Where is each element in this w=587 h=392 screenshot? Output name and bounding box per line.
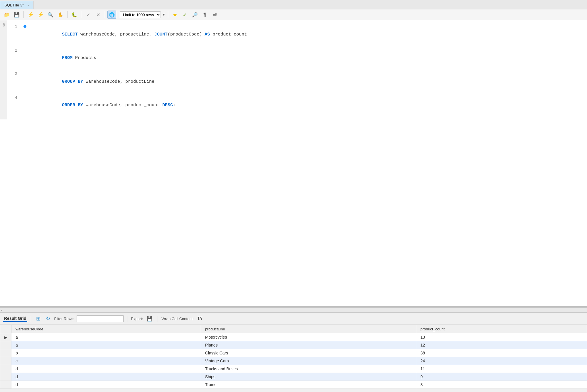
line-content-3: GROUP BY warehouseCode, productLine <box>28 70 587 93</box>
lightning2-icon <box>37 11 44 18</box>
debug-button[interactable] <box>70 11 79 19</box>
code-line-3: 3 GROUP BY warehouseCode, productLine <box>7 70 587 94</box>
table-row[interactable]: cVintage Cars24 <box>0 357 587 365</box>
format-button[interactable] <box>200 11 209 19</box>
keyword-select: SELECT <box>62 32 78 37</box>
toolbar-sep-4 <box>105 11 105 18</box>
open-file-button[interactable]: 📁 <box>2 11 11 19</box>
results-sep-3 <box>158 316 158 322</box>
cell-warehouseCode: d <box>11 381 201 389</box>
cell-warehouseCode: c <box>11 357 201 365</box>
table-header-row: warehouseCode productLine product_count <box>0 325 587 333</box>
results-toolbar: Result Grid ⊞ ↻ Filter Rows: Export: 💾 W… <box>0 313 587 325</box>
check-circle-icon <box>86 12 90 18</box>
col-header-productLine[interactable]: productLine <box>201 325 416 333</box>
code-line-2: 2 FROM Products <box>7 46 587 70</box>
main-area: ce 1 SELECT warehouseCode, productLine, … <box>0 20 587 389</box>
table-row[interactable]: aPlanes12 <box>0 341 587 349</box>
row-indicator <box>0 373 11 381</box>
row-arrow-icon: ▶ <box>4 335 7 339</box>
row-indicator: ▶ <box>0 333 11 341</box>
keyword-group-by: GROUP BY <box>62 79 83 84</box>
cell-product_count: 13 <box>416 333 587 341</box>
keyword-desc: DESC <box>162 103 173 108</box>
row-indicator <box>0 349 11 357</box>
horizontal-scrollbar[interactable]: ‹ <box>0 307 587 312</box>
col-header-product_count[interactable]: product_count <box>416 325 587 333</box>
line-number-4: 4 <box>7 94 22 102</box>
row-indicator <box>0 357 11 365</box>
table-row[interactable]: ▶aMotorcycles13 <box>0 333 587 341</box>
table-row[interactable]: dTrucks and Buses11 <box>0 365 587 373</box>
code-line-1: 1 SELECT warehouseCode, productLine, COU… <box>7 23 587 46</box>
table-row[interactable]: bClassic Cars38 <box>0 349 587 357</box>
results-table: warehouseCode productLine product_count … <box>0 325 587 389</box>
from-table: Products <box>72 55 96 60</box>
cell-warehouseCode: a <box>11 333 201 341</box>
grid-view-button[interactable]: ⊞ <box>35 315 42 323</box>
data-table-wrapper: warehouseCode productLine product_count … <box>0 325 587 389</box>
connection-button[interactable] <box>107 11 116 19</box>
code-line-4: 4 ORDER BY warehouseCode, product_count … <box>7 94 587 117</box>
editor-gutter-wrap: ce 1 SELECT warehouseCode, productLine, … <box>0 20 587 119</box>
col-header-warehouseCode[interactable]: warehouseCode <box>11 325 201 333</box>
limit-rows-select[interactable]: Limit to 1000 rows Limit to 200 rows Don… <box>120 11 161 18</box>
results-panel: Result Grid ⊞ ↻ Filter Rows: Export: 💾 W… <box>0 312 587 389</box>
results-sep-2 <box>127 316 127 322</box>
execute-selected-button[interactable] <box>36 11 45 19</box>
line-number-1: 1 <box>7 23 22 31</box>
wrap-cell-label: Wrap Cell Content: <box>161 317 194 321</box>
stop-button[interactable] <box>56 11 65 19</box>
row-indicator <box>0 381 11 389</box>
hand-icon <box>58 12 63 18</box>
row-indicator <box>0 365 11 373</box>
wrap-cell-button[interactable]: IA <box>196 315 204 322</box>
order-by-cols: warehouseCode, product_count <box>83 103 162 108</box>
check-button[interactable] <box>84 11 92 19</box>
toolbar-sep-5 <box>168 11 168 18</box>
sql-editor[interactable]: ce 1 SELECT warehouseCode, productLine, … <box>0 20 587 307</box>
cell-warehouseCode: a <box>11 341 201 349</box>
cell-product_count: 9 <box>416 373 587 381</box>
apply-button[interactable] <box>181 11 189 19</box>
line-content-1: SELECT warehouseCode, productLine, COUNT… <box>28 23 587 46</box>
result-grid-tab[interactable]: Result Grid <box>3 315 27 322</box>
tab-close-button[interactable]: × <box>27 4 29 7</box>
checkmark-icon <box>183 12 187 18</box>
alias: product_count <box>210 32 247 37</box>
execute-button[interactable] <box>26 11 35 19</box>
cell-warehouseCode: d <box>11 365 201 373</box>
dropdown-chevron-icon: ▼ <box>162 13 166 17</box>
save-button[interactable]: 💾 <box>12 11 21 19</box>
cell-productLine: Planes <box>201 341 416 349</box>
save-icon: 💾 <box>14 12 20 18</box>
cell-productLine: Ships <box>201 373 416 381</box>
line-content-2: FROM Products <box>28 47 587 70</box>
cancel-button[interactable] <box>94 11 102 19</box>
x-circle-icon <box>96 12 100 18</box>
export-button[interactable]: 💾 <box>145 315 154 322</box>
add-favorite-button[interactable] <box>171 11 179 19</box>
keyword-from: FROM <box>62 55 72 60</box>
code-editor-body[interactable]: 1 SELECT warehouseCode, productLine, COU… <box>7 20 587 119</box>
filter-rows-label: Filter Rows: <box>54 317 74 321</box>
limit-select-group: Limit to 1000 rows Limit to 200 rows Don… <box>120 11 166 18</box>
row-indicator <box>0 341 11 349</box>
sql-file-tab[interactable]: SQL File 3* × <box>0 1 33 9</box>
explain-button[interactable] <box>46 11 55 19</box>
lightning-icon <box>27 11 34 18</box>
tab-label: SQL File 3* <box>4 3 24 7</box>
keyword-order-by: ORDER BY <box>62 103 83 108</box>
semicolon: ; <box>173 103 176 108</box>
tab-bar: SQL File 3* × <box>0 0 587 9</box>
cell-productLine: Motorcycles <box>201 333 416 341</box>
table-row[interactable]: dTrains3 <box>0 381 587 389</box>
refresh-button[interactable]: ↻ <box>44 315 52 323</box>
table-row[interactable]: dShips9 <box>0 373 587 381</box>
folder-icon: 📁 <box>4 12 10 18</box>
find-button[interactable] <box>190 11 199 19</box>
filter-rows-input[interactable] <box>77 315 124 322</box>
insert-return-button[interactable] <box>210 11 219 19</box>
line-number-2: 2 <box>7 47 22 54</box>
search-zoom-icon <box>192 12 198 18</box>
